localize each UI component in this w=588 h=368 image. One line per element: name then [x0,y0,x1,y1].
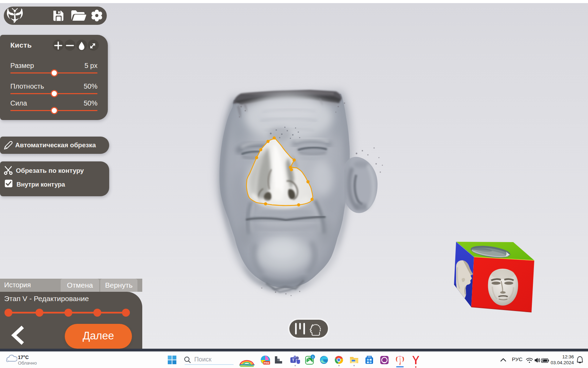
svg-text:PRE: PRE [264,361,270,365]
svg-text:T: T [292,358,295,362]
svg-text:1: 1 [312,355,313,359]
